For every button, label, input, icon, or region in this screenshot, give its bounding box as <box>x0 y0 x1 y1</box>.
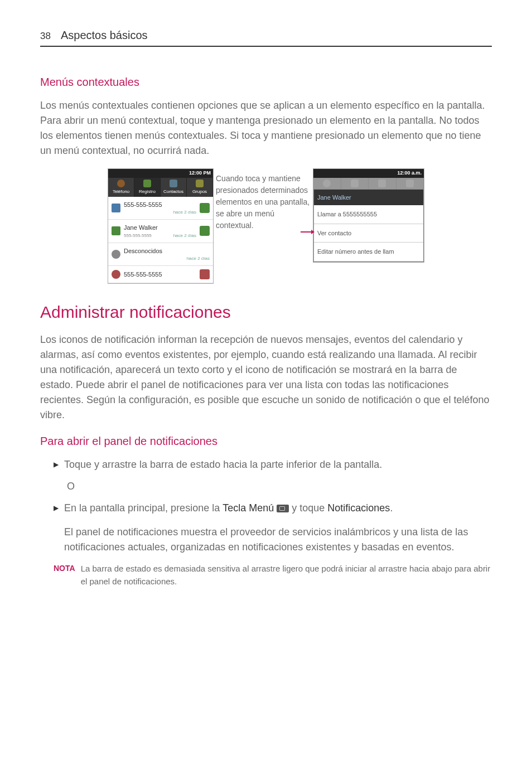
unknown-call-icon <box>112 250 120 259</box>
figure-callout: Cuando toca y mantiene presionados deter… <box>216 173 311 231</box>
menu-key-icon <box>277 505 289 512</box>
subheading-open-panel: Para abrir el panel de notificaciones <box>40 433 492 449</box>
phone-tabs: Teléfono Registro Contactos Grupos <box>108 178 213 197</box>
log-row: Jane Walker 555-555-5555 hace 2 días <box>108 220 213 243</box>
note-text: La barra de estado es demasiada sensitiv… <box>81 563 492 588</box>
status-bar: 12:00 a.m. <box>313 169 424 178</box>
note-label: NOTA <box>54 563 75 588</box>
call-action-icon <box>200 203 210 213</box>
subheading-context-menus: Menús contextuales <box>40 74 492 90</box>
call-icon <box>112 270 120 279</box>
paragraph-notifications: Los iconos de notificación informan la r… <box>40 332 492 423</box>
header-title: Aspectos básicos <box>61 27 148 43</box>
bullet-text: Toque y arrastre la barra de estado haci… <box>64 457 492 472</box>
tab-contacts: Contactos <box>161 178 187 197</box>
context-menu-item: Editar número antes de llam <box>314 243 423 262</box>
heading-notifications: Administrar notificaciones <box>40 299 492 325</box>
bullet-marker-icon: ▶ <box>54 503 59 555</box>
screenshot-context-menu: 12:00 a.m. Jane Walker Llamar a 55555555… <box>313 168 424 263</box>
screenshot-call-log: 12:00 PM Teléfono Registro Contactos Gru… <box>108 168 214 284</box>
missed-call-icon <box>112 204 120 212</box>
received-call-icon <box>112 226 120 235</box>
tab-groups: Grupos <box>187 178 213 197</box>
call-action-icon <box>200 269 210 279</box>
phone-tabs-dimmed <box>313 178 424 189</box>
bullet-item: ▶ En la pantalla principal, presione la … <box>54 501 492 555</box>
figure-context-menu: 12:00 PM Teléfono Registro Contactos Gru… <box>40 168 492 284</box>
bullet-sub-paragraph: El panel de notificaciones muestra el pr… <box>64 525 492 555</box>
tab-log: Registro <box>134 178 161 197</box>
tab-phone: Teléfono <box>108 178 134 197</box>
page-number: 38 <box>40 29 51 43</box>
log-row: 555-555-5555 <box>108 266 213 283</box>
callout-arrow-icon <box>301 231 314 233</box>
bullet-item: ▶ Toque y arrastre la barra de estado ha… <box>54 457 492 472</box>
context-menu-header: Jane Walker <box>314 190 423 206</box>
context-menu-item: Llamar a 5555555555 <box>314 205 423 224</box>
status-bar: 12:00 PM <box>108 169 213 178</box>
call-action-icon <box>200 226 210 236</box>
status-time: 12:00 PM <box>189 170 211 176</box>
bullet-marker-icon: ▶ <box>54 459 59 472</box>
paragraph-context-menus: Los menús contextuales contienen opcione… <box>40 98 492 158</box>
page-header: 38 Aspectos básicos <box>40 27 492 47</box>
bullet-text: En la pantalla principal, presione la Te… <box>64 501 492 555</box>
context-menu: Jane Walker Llamar a 5555555555 Ver cont… <box>313 189 424 262</box>
log-row: Desconocidos hace 2 días <box>108 243 213 267</box>
note-block: NOTA La barra de estado es demasiada sen… <box>54 563 492 588</box>
context-menu-item: Ver contacto <box>314 224 423 243</box>
log-row: 555-555-5555 hace 2 días <box>108 197 213 220</box>
status-time: 12:00 a.m. <box>397 170 422 176</box>
or-separator: O <box>67 479 492 494</box>
